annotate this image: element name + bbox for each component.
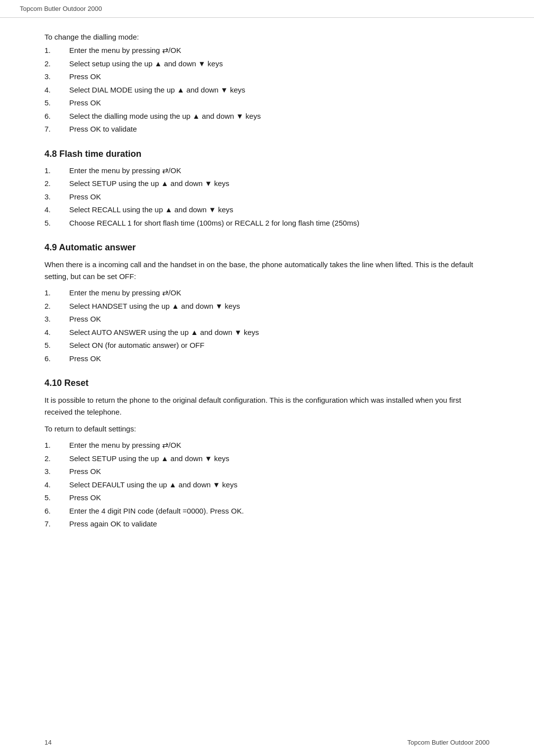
list-content: Choose RECALL 1 for short flash time (10… [69,218,490,229]
list-item: 5. Press OK [44,492,490,504]
list-number: 7. [44,519,69,530]
list-content: Press OK to validate [69,124,490,135]
list-content: Select the dialling mode using the up ▲ … [69,111,490,122]
list-item: 4. Select RECALL using the up ▲ and down… [44,204,490,216]
list-item: 1. Enter the menu by pressing ⇄/OK [44,165,490,177]
dial-mode-list: 1. Enter the menu by pressing ⇄/OK 2. Se… [44,45,490,135]
list-content: Press again OK to validate [69,519,490,530]
list-item: 5. Select ON (for automatic answer) or O… [44,340,490,351]
list-item: 2. Select HANDSET using the up ▲ and dow… [44,301,490,312]
reset-intro2: To return to default settings: [44,423,490,435]
list-item: 3. Press OK [44,71,490,83]
section-reset-heading: 4.10 Reset [44,378,490,388]
footer-bar: 14 Topcom Butler Outdoor 2000 [0,739,534,746]
list-number: 2. [44,58,69,70]
list-number: 6. [44,506,69,517]
list-content: Press OK [69,97,490,109]
list-content: Select HANDSET using the up ▲ and down ▼… [69,301,490,312]
list-number: 3. [44,314,69,325]
list-content: Press OK [69,71,490,83]
list-content: Enter the menu by pressing ⇄/OK [69,45,490,56]
list-item: 2. Select setup using the up ▲ and down … [44,58,490,70]
list-number: 5. [44,97,69,109]
list-number: 2. [44,301,69,312]
list-item: 5. Press OK [44,97,490,109]
list-item: 4. Select DEFAULT using the up ▲ and dow… [44,479,490,491]
list-number: 6. [44,111,69,122]
list-number: 1. [44,45,69,56]
list-item: 3. Press OK [44,466,490,477]
list-number: 3. [44,71,69,83]
list-number: 4. [44,327,69,338]
list-item: 2. Select SETUP using the up ▲ and down … [44,178,490,189]
list-content: Select SETUP using the up ▲ and down ▼ k… [69,453,490,465]
intro-text: To change the dialling mode: [44,33,490,41]
list-number: 1. [44,165,69,177]
reset-intro1: It is possible to return the phone to th… [44,394,490,418]
list-item: 4. Select DIAL MODE using the up ▲ and d… [44,85,490,96]
content-area: To change the dialling mode: 1. Enter th… [0,18,534,579]
page-number: 14 [44,739,51,746]
list-content: Select DIAL MODE using the up ▲ and down… [69,85,490,96]
list-number: 7. [44,124,69,135]
list-item: 3. Press OK [44,191,490,203]
page-container: Topcom Butler Outdoor 2000 To change the… [0,0,534,756]
list-content: Enter the menu by pressing ⇄/OK [69,287,490,299]
section-auto-heading: 4.9 Automatic answer [44,242,490,253]
list-content: Press OK [69,353,490,365]
list-number: 5. [44,492,69,504]
list-number: 3. [44,466,69,477]
list-item: 5. Choose RECALL 1 for short flash time … [44,218,490,229]
auto-intro: When there is a incoming call and the ha… [44,259,490,283]
list-number: 1. [44,287,69,299]
list-item: 7. Press OK to validate [44,124,490,135]
footer-brand: Topcom Butler Outdoor 2000 [407,739,490,746]
list-content: Enter the 4 digit PIN code (default =000… [69,506,490,517]
list-content: Select AUTO ANSWER using the up ▲ and do… [69,327,490,338]
list-item: 1. Enter the menu by pressing ⇄/OK [44,440,490,451]
section-flash-heading: 4.8 Flash time duration [44,149,490,159]
list-content: Enter the menu by pressing ⇄/OK [69,165,490,177]
header-title: Topcom Butler Outdoor 2000 [20,5,102,12]
list-number: 5. [44,340,69,351]
list-content: Select SETUP using the up ▲ and down ▼ k… [69,178,490,189]
list-number: 3. [44,191,69,203]
header-bar: Topcom Butler Outdoor 2000 [0,0,534,18]
list-content: Press OK [69,314,490,325]
list-item: 2. Select SETUP using the up ▲ and down … [44,453,490,465]
list-number: 2. [44,453,69,465]
list-content: Select setup using the up ▲ and down ▼ k… [69,58,490,70]
list-item: 7. Press again OK to validate [44,519,490,530]
list-item: 1. Enter the menu by pressing ⇄/OK [44,287,490,299]
list-content: Press OK [69,191,490,203]
auto-list: 1. Enter the menu by pressing ⇄/OK 2. Se… [44,287,490,364]
list-item: 1. Enter the menu by pressing ⇄/OK [44,45,490,56]
list-item: 6. Enter the 4 digit PIN code (default =… [44,506,490,517]
list-number: 4. [44,479,69,491]
list-number: 1. [44,440,69,451]
list-item: 3. Press OK [44,314,490,325]
list-content: Select ON (for automatic answer) or OFF [69,340,490,351]
list-number: 4. [44,204,69,216]
list-content: Press OK [69,492,490,504]
list-item: 6. Select the dialling mode using the up… [44,111,490,122]
flash-list: 1. Enter the menu by pressing ⇄/OK 2. Se… [44,165,490,229]
list-number: 5. [44,218,69,229]
list-item: 4. Select AUTO ANSWER using the up ▲ and… [44,327,490,338]
list-number: 6. [44,353,69,365]
list-content: Enter the menu by pressing ⇄/OK [69,440,490,451]
list-number: 4. [44,85,69,96]
reset-list: 1. Enter the menu by pressing ⇄/OK 2. Se… [44,440,490,530]
list-content: Select RECALL using the up ▲ and down ▼ … [69,204,490,216]
list-content: Select DEFAULT using the up ▲ and down ▼… [69,479,490,491]
list-content: Press OK [69,466,490,477]
list-number: 2. [44,178,69,189]
list-item: 6. Press OK [44,353,490,365]
